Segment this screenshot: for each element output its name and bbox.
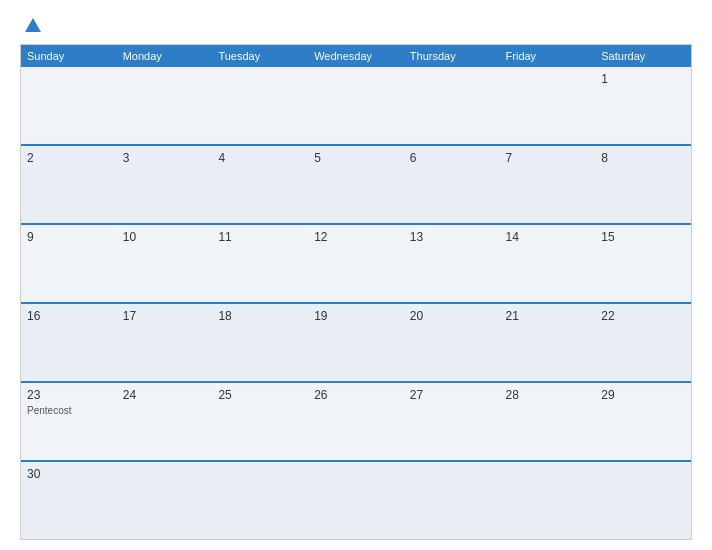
calendar-cell: 14 xyxy=(500,225,596,302)
calendar-cell xyxy=(595,462,691,539)
day-number: 22 xyxy=(601,309,685,323)
header-tuesday: Tuesday xyxy=(212,45,308,67)
day-number: 4 xyxy=(218,151,302,165)
calendar-cell: 5 xyxy=(308,146,404,223)
calendar-cell: 6 xyxy=(404,146,500,223)
header-saturday: Saturday xyxy=(595,45,691,67)
calendar-week-3: 16171819202122 xyxy=(21,302,691,381)
day-event: Pentecost xyxy=(27,405,111,416)
calendar-cell xyxy=(212,462,308,539)
header-monday: Monday xyxy=(117,45,213,67)
calendar-cell: 21 xyxy=(500,304,596,381)
calendar-cell xyxy=(117,462,213,539)
calendar-cell: 3 xyxy=(117,146,213,223)
day-number: 1 xyxy=(601,72,685,86)
header-sunday: Sunday xyxy=(21,45,117,67)
calendar: Sunday Monday Tuesday Wednesday Thursday… xyxy=(20,44,692,540)
day-number: 8 xyxy=(601,151,685,165)
calendar-cell xyxy=(21,67,117,144)
day-number: 5 xyxy=(314,151,398,165)
page: Sunday Monday Tuesday Wednesday Thursday… xyxy=(0,0,712,550)
day-number: 13 xyxy=(410,230,494,244)
calendar-cell xyxy=(500,67,596,144)
day-number: 28 xyxy=(506,388,590,402)
calendar-cell: 25 xyxy=(212,383,308,460)
day-number: 16 xyxy=(27,309,111,323)
calendar-cell xyxy=(308,462,404,539)
day-number: 27 xyxy=(410,388,494,402)
day-number: 3 xyxy=(123,151,207,165)
logo-triangle-icon xyxy=(25,18,41,32)
day-number: 29 xyxy=(601,388,685,402)
calendar-cell xyxy=(404,462,500,539)
calendar-cell xyxy=(404,67,500,144)
calendar-cell: 1 xyxy=(595,67,691,144)
calendar-cell: 2 xyxy=(21,146,117,223)
day-number: 26 xyxy=(314,388,398,402)
calendar-cell: 15 xyxy=(595,225,691,302)
header-thursday: Thursday xyxy=(404,45,500,67)
day-number: 17 xyxy=(123,309,207,323)
calendar-cell: 20 xyxy=(404,304,500,381)
calendar-cell: 11 xyxy=(212,225,308,302)
day-number: 25 xyxy=(218,388,302,402)
calendar-cell: 12 xyxy=(308,225,404,302)
calendar-cell: 18 xyxy=(212,304,308,381)
calendar-cell: 27 xyxy=(404,383,500,460)
calendar-cell: 4 xyxy=(212,146,308,223)
calendar-cell: 28 xyxy=(500,383,596,460)
day-number: 15 xyxy=(601,230,685,244)
calendar-week-0: 1 xyxy=(21,67,691,144)
calendar-cell: 22 xyxy=(595,304,691,381)
day-number: 7 xyxy=(506,151,590,165)
day-number: 11 xyxy=(218,230,302,244)
calendar-body: 1234567891011121314151617181920212223Pen… xyxy=(21,67,691,539)
calendar-cell xyxy=(117,67,213,144)
calendar-cell: 7 xyxy=(500,146,596,223)
calendar-cell: 8 xyxy=(595,146,691,223)
calendar-cell: 26 xyxy=(308,383,404,460)
calendar-cell: 29 xyxy=(595,383,691,460)
calendar-week-2: 9101112131415 xyxy=(21,223,691,302)
calendar-cell: 19 xyxy=(308,304,404,381)
calendar-cell xyxy=(308,67,404,144)
day-number: 24 xyxy=(123,388,207,402)
calendar-week-4: 23Pentecost242526272829 xyxy=(21,381,691,460)
day-number: 12 xyxy=(314,230,398,244)
header-wednesday: Wednesday xyxy=(308,45,404,67)
calendar-cell: 17 xyxy=(117,304,213,381)
calendar-cell: 30 xyxy=(21,462,117,539)
calendar-week-1: 2345678 xyxy=(21,144,691,223)
day-number: 19 xyxy=(314,309,398,323)
day-number: 21 xyxy=(506,309,590,323)
day-number: 9 xyxy=(27,230,111,244)
day-number: 10 xyxy=(123,230,207,244)
day-number: 18 xyxy=(218,309,302,323)
page-header xyxy=(20,16,692,34)
calendar-cell: 9 xyxy=(21,225,117,302)
day-number: 23 xyxy=(27,388,111,402)
calendar-cell: 23Pentecost xyxy=(21,383,117,460)
calendar-cell: 10 xyxy=(117,225,213,302)
calendar-cell xyxy=(212,67,308,144)
day-number: 20 xyxy=(410,309,494,323)
calendar-week-5: 30 xyxy=(21,460,691,539)
calendar-header-row: Sunday Monday Tuesday Wednesday Thursday… xyxy=(21,45,691,67)
calendar-cell: 16 xyxy=(21,304,117,381)
day-number: 6 xyxy=(410,151,494,165)
header-friday: Friday xyxy=(500,45,596,67)
day-number: 2 xyxy=(27,151,111,165)
logo xyxy=(20,16,41,34)
calendar-cell: 13 xyxy=(404,225,500,302)
calendar-cell xyxy=(500,462,596,539)
day-number: 30 xyxy=(27,467,111,481)
calendar-cell: 24 xyxy=(117,383,213,460)
day-number: 14 xyxy=(506,230,590,244)
